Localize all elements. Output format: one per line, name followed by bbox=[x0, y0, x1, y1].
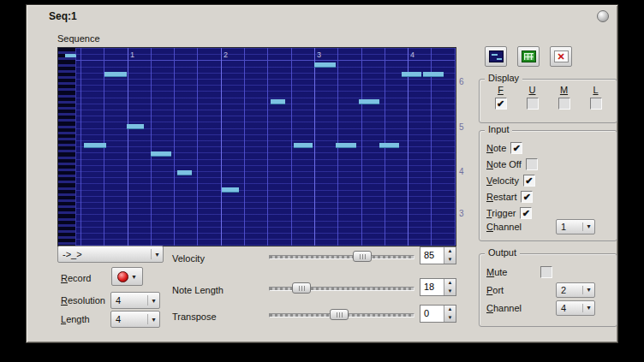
output-channel-value: 4 bbox=[557, 303, 582, 313]
input-channel-select[interactable]: 1 ▾ bbox=[556, 219, 595, 234]
pattern-select-value: ->_> bbox=[58, 249, 151, 259]
measure-line bbox=[221, 48, 222, 246]
output-channel-row: Channel 4 ▾ bbox=[480, 299, 617, 317]
piano-key-strip bbox=[58, 48, 76, 246]
output-group-title: Output bbox=[485, 247, 520, 258]
note-length-spinbox[interactable]: 18 ▲ ▼ bbox=[420, 278, 456, 296]
measure-number: 2 bbox=[224, 50, 228, 59]
measure-number: 3 bbox=[317, 50, 321, 59]
mute-row: Mute bbox=[480, 263, 617, 281]
velocity-spinbox[interactable]: 85 ▲ ▼ bbox=[420, 246, 456, 264]
input-check-label: Restart bbox=[486, 192, 516, 202]
chevron-down-icon: ▾ bbox=[148, 297, 159, 305]
octave-label: 4 bbox=[459, 167, 464, 176]
note[interactable] bbox=[104, 72, 127, 77]
velocity-spin-down-icon[interactable]: ▼ bbox=[444, 256, 456, 264]
velocity-label: Velocity bbox=[172, 253, 205, 264]
input-checkbox-note[interactable]: ✔ bbox=[510, 142, 522, 154]
note[interactable] bbox=[271, 99, 285, 104]
measure-number: 1 bbox=[130, 50, 134, 59]
note[interactable] bbox=[151, 151, 171, 157]
input-channel-value: 1 bbox=[557, 222, 582, 232]
delete-button[interactable]: ✕ bbox=[550, 46, 572, 67]
input-checkbox-note-off[interactable] bbox=[526, 158, 538, 170]
note[interactable] bbox=[222, 187, 239, 193]
note[interactable] bbox=[127, 124, 144, 129]
measure-line bbox=[314, 48, 315, 246]
transpose-slider-handle[interactable] bbox=[330, 309, 349, 320]
transpose-spin-up-icon[interactable]: ▲ bbox=[444, 306, 456, 314]
output-channel-label: Channel bbox=[486, 303, 552, 313]
transpose-spinbox[interactable]: 0 ▲ ▼ bbox=[420, 305, 456, 323]
titlebar[interactable]: Seq:1 bbox=[28, 7, 616, 26]
velocity-slider-handle[interactable] bbox=[353, 251, 372, 262]
note[interactable] bbox=[314, 62, 336, 68]
length-select[interactable]: 4 ▾ bbox=[110, 311, 160, 328]
display-checkbox-f[interactable]: ✔ bbox=[495, 98, 507, 110]
velocity-spin-up-icon[interactable]: ▲ bbox=[444, 247, 456, 256]
note[interactable] bbox=[379, 143, 399, 148]
input-channel-row: Channel 1 ▾ bbox=[480, 217, 617, 235]
note[interactable] bbox=[294, 143, 313, 148]
input-check-row: Note✔ bbox=[480, 139, 617, 156]
transpose-value: 0 bbox=[420, 306, 444, 322]
input-group: Input Note✔Note OffVelocity✔Restart✔Trig… bbox=[479, 130, 617, 241]
note[interactable] bbox=[177, 170, 192, 175]
resolution-select[interactable]: 4 ▾ bbox=[110, 292, 160, 309]
matrix-icon bbox=[522, 50, 536, 62]
display-checkbox-u[interactable] bbox=[527, 98, 539, 110]
input-checkbox-restart[interactable]: ✔ bbox=[521, 191, 533, 203]
port-select[interactable]: 2 ▾ bbox=[556, 282, 595, 298]
input-check-row: Restart✔ bbox=[480, 188, 617, 205]
measure-line bbox=[128, 48, 128, 246]
input-check-row: Note Off bbox=[480, 156, 617, 172]
note-length-slider-track[interactable] bbox=[269, 287, 414, 291]
input-check-label: Note bbox=[486, 143, 506, 153]
note-length-spin-up-icon[interactable]: ▲ bbox=[444, 279, 456, 288]
piano-roll: 1234 bbox=[57, 47, 456, 246]
note[interactable] bbox=[402, 72, 421, 77]
chevron-down-icon: ▾ bbox=[583, 223, 594, 230]
window-menu-button[interactable] bbox=[597, 10, 609, 22]
note[interactable] bbox=[336, 143, 356, 148]
display-checkbox-l[interactable] bbox=[590, 98, 602, 110]
note[interactable] bbox=[84, 143, 106, 148]
input-checkbox-velocity[interactable]: ✔ bbox=[523, 175, 535, 187]
record-label: Record bbox=[61, 273, 91, 283]
display-checkbox-m[interactable] bbox=[558, 98, 570, 110]
note-length-slider[interactable] bbox=[269, 282, 414, 294]
record-icon bbox=[117, 271, 128, 282]
mute-label: Mute bbox=[486, 267, 536, 277]
input-checks: Note✔Note OffVelocity✔Restart✔Trigger✔ bbox=[480, 139, 617, 221]
note[interactable] bbox=[423, 72, 444, 77]
note-length-spin-down-icon[interactable]: ▼ bbox=[444, 288, 456, 296]
transpose-slider[interactable] bbox=[269, 309, 414, 321]
octave-label: 3 bbox=[459, 209, 464, 218]
display-group-title: Display bbox=[485, 73, 522, 83]
piano-roll-button[interactable] bbox=[485, 46, 507, 67]
piano-roll-icon bbox=[489, 50, 504, 62]
display-group: Display FUML✔ bbox=[479, 79, 617, 123]
input-check-row: Velocity✔ bbox=[480, 172, 617, 188]
matrix-button[interactable] bbox=[517, 46, 540, 67]
display-col-label: F bbox=[498, 85, 504, 95]
velocity-slider-track[interactable] bbox=[269, 255, 414, 259]
display-col-label: M bbox=[560, 85, 568, 95]
pattern-select[interactable]: ->_> ▾ bbox=[57, 246, 164, 263]
chevron-down-icon: ▾ bbox=[148, 316, 159, 323]
window-title: Seq:1 bbox=[49, 10, 77, 22]
mute-checkbox[interactable] bbox=[540, 266, 552, 278]
chevron-down-icon: ▾ bbox=[583, 286, 594, 294]
note-grid[interactable]: 1234 bbox=[75, 48, 456, 246]
note-length-slider-handle[interactable] bbox=[292, 282, 311, 294]
transpose-spin-down-icon[interactable]: ▼ bbox=[444, 314, 456, 323]
length-label: Length bbox=[61, 314, 90, 324]
note-length-value: 18 bbox=[420, 279, 444, 295]
record-button[interactable]: ▼ bbox=[111, 267, 143, 286]
velocity-slider[interactable] bbox=[269, 251, 414, 263]
note[interactable] bbox=[359, 99, 379, 104]
input-group-title: Input bbox=[485, 124, 512, 134]
measure-number: 4 bbox=[410, 50, 414, 59]
record-dropdown-icon: ▼ bbox=[131, 274, 137, 280]
output-channel-select[interactable]: 4 ▾ bbox=[556, 300, 595, 316]
